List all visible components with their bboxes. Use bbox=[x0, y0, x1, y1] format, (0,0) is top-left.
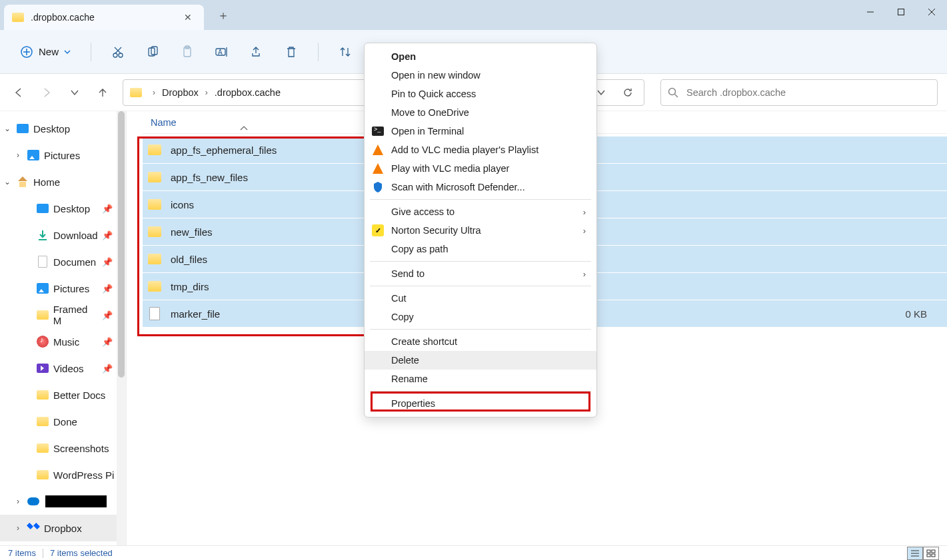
ctx-delete[interactable]: Delete bbox=[365, 351, 596, 370]
file-icon bbox=[149, 307, 160, 320]
copy-button[interactable] bbox=[139, 40, 166, 64]
ctx-rename[interactable]: Rename bbox=[365, 370, 596, 388]
pin-icon: 📌 bbox=[102, 310, 113, 320]
sidebar-item-wordpress[interactable]: WordPress Pi bbox=[0, 461, 126, 488]
ctx-scan-defender[interactable]: Scan with Microsoft Defender... bbox=[365, 178, 596, 196]
separator bbox=[43, 549, 43, 558]
sidebar-item-downloads[interactable]: Download📌 bbox=[0, 222, 126, 248]
ctx-open-new-window[interactable]: Open in new window bbox=[365, 66, 596, 85]
cut-button[interactable] bbox=[105, 40, 131, 64]
up-button[interactable] bbox=[91, 81, 115, 105]
status-bar: 7 items 7 items selected bbox=[0, 545, 947, 560]
pin-icon: 📌 bbox=[102, 204, 113, 214]
svg-rect-25 bbox=[927, 554, 930, 557]
sidebar-item-done[interactable]: Done bbox=[0, 408, 126, 435]
delete-button[interactable] bbox=[278, 40, 305, 64]
sidebar-item-betterdocs[interactable]: Better Docs bbox=[0, 382, 126, 408]
sidebar-item-screenshots[interactable]: Screenshots bbox=[0, 435, 126, 461]
ctx-copy[interactable]: Copy bbox=[365, 308, 596, 326]
ctx-add-vlc[interactable]: Add to VLC media player's Playlist bbox=[365, 140, 596, 159]
close-tab-icon[interactable]: ✕ bbox=[180, 11, 196, 24]
title-bar: .dropbox.cache ✕ ＋ bbox=[0, 0, 947, 30]
vlc-icon bbox=[371, 143, 385, 156]
recent-dropdown[interactable] bbox=[63, 81, 87, 105]
sidebar-item-music[interactable]: Music📌 bbox=[0, 328, 126, 355]
svg-point-18 bbox=[669, 88, 676, 95]
sidebar-item-pictures2[interactable]: Pictures📌 bbox=[0, 275, 126, 302]
svg-line-9 bbox=[115, 47, 121, 53]
separator bbox=[91, 43, 91, 61]
tab-title: .dropbox.cache bbox=[31, 12, 180, 23]
ctx-pin-quick[interactable]: Pin to Quick access bbox=[365, 85, 596, 103]
sidebar-item-dropbox[interactable]: ›Dropbox bbox=[0, 515, 126, 541]
new-tab-button[interactable]: ＋ bbox=[217, 7, 229, 23]
forward-button[interactable] bbox=[35, 81, 59, 105]
ctx-send-to[interactable]: Send to› bbox=[365, 264, 596, 283]
chevron-right-icon[interactable]: › bbox=[149, 88, 159, 97]
rename-button[interactable]: A bbox=[209, 40, 235, 64]
sidebar-item-home[interactable]: ⌄Home bbox=[0, 168, 126, 195]
separator bbox=[318, 43, 319, 61]
ctx-play-vlc[interactable]: Play with VLC media player bbox=[365, 159, 596, 178]
sidebar-item-framed[interactable]: Framed M📌 bbox=[0, 302, 126, 328]
paste-button[interactable] bbox=[174, 40, 201, 64]
svg-rect-23 bbox=[927, 550, 930, 553]
separator bbox=[370, 391, 591, 392]
sidebar-item-videos[interactable]: Videos📌 bbox=[0, 355, 126, 382]
folder-icon bbox=[148, 144, 161, 155]
refresh-button[interactable] bbox=[616, 81, 640, 105]
folder-icon bbox=[148, 199, 161, 210]
close-window-button[interactable] bbox=[916, 0, 947, 24]
sidebar-item-desktop[interactable]: ⌄Desktop bbox=[0, 115, 126, 142]
sidebar-item-documents[interactable]: Documen📌 bbox=[0, 248, 126, 275]
breadcrumb-seg-dropbox[interactable]: Dropbox bbox=[159, 85, 201, 101]
folder-icon bbox=[148, 281, 161, 292]
ctx-open-terminal[interactable]: Open in Terminal bbox=[365, 122, 596, 140]
ctx-create-shortcut[interactable]: Create shortcut bbox=[365, 332, 596, 351]
svg-rect-26 bbox=[932, 554, 935, 557]
share-button[interactable] bbox=[243, 40, 270, 64]
ctx-copy-path[interactable]: Copy as path bbox=[365, 240, 596, 258]
sort-button[interactable] bbox=[332, 40, 359, 64]
ctx-cut[interactable]: Cut bbox=[365, 289, 596, 308]
scrollbar[interactable] bbox=[117, 111, 126, 545]
search-box[interactable]: Search .dropbox.cache bbox=[660, 79, 938, 106]
back-button[interactable] bbox=[7, 81, 31, 105]
svg-point-7 bbox=[113, 53, 117, 57]
vlc-icon bbox=[371, 162, 385, 175]
ctx-properties[interactable]: Properties bbox=[365, 394, 596, 413]
svg-point-8 bbox=[119, 53, 123, 57]
chevron-down-icon bbox=[64, 49, 71, 55]
maximize-button[interactable] bbox=[886, 0, 916, 24]
view-thumbnails-button[interactable] bbox=[923, 547, 939, 560]
separator bbox=[370, 329, 591, 330]
sidebar-item-onedrive[interactable]: › bbox=[0, 488, 126, 515]
pin-icon: 📌 bbox=[102, 284, 113, 294]
ctx-give-access[interactable]: Give access to› bbox=[365, 202, 596, 221]
new-button-label: New bbox=[39, 46, 59, 57]
search-icon bbox=[668, 87, 678, 98]
separator bbox=[370, 286, 591, 286]
svg-rect-1 bbox=[898, 9, 904, 15]
redacted-label bbox=[45, 495, 107, 507]
ctx-norton[interactable]: ✓Norton Security Ultra› bbox=[365, 221, 596, 240]
pin-icon: 📌 bbox=[102, 337, 113, 347]
chevron-right-icon[interactable]: › bbox=[201, 88, 212, 97]
terminal-icon bbox=[371, 125, 385, 138]
tab-active[interactable]: .dropbox.cache ✕ bbox=[4, 5, 204, 30]
minimize-button[interactable] bbox=[855, 0, 886, 24]
view-details-button[interactable] bbox=[907, 547, 923, 560]
column-name[interactable]: Name bbox=[151, 117, 364, 128]
ctx-move-onedrive[interactable]: Move to OneDrive bbox=[365, 103, 596, 122]
search-placeholder: Search .dropbox.cache bbox=[686, 87, 786, 98]
separator bbox=[370, 199, 591, 200]
ctx-open[interactable]: Open bbox=[365, 47, 596, 66]
new-button[interactable]: New bbox=[13, 43, 77, 61]
sidebar-item-desktop2[interactable]: Desktop📌 bbox=[0, 195, 126, 222]
breadcrumb-seg-cache[interactable]: .dropbox.cache bbox=[212, 85, 283, 101]
chevron-right-icon: › bbox=[583, 207, 586, 217]
separator bbox=[370, 261, 591, 262]
sidebar-item-pictures[interactable]: ›Pictures bbox=[0, 142, 126, 168]
chevron-right-icon: › bbox=[583, 269, 586, 279]
pin-icon: 📌 bbox=[102, 230, 113, 240]
